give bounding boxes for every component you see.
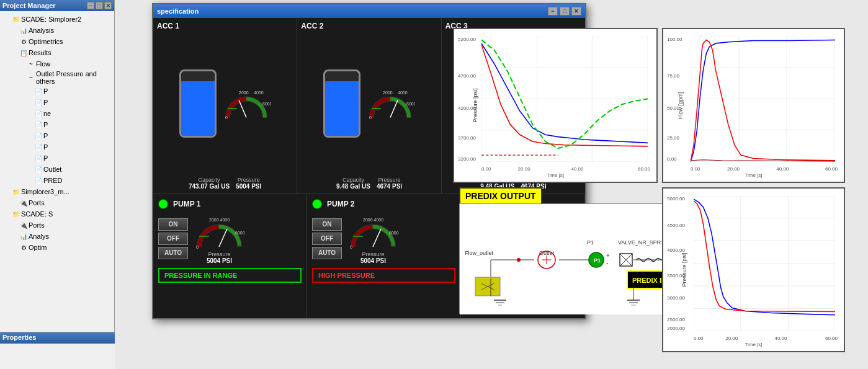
pump2-gauge-area: 0 2000 4000 6000 Pressure 5004 PSI [347, 213, 400, 264]
pm-item-simplorer3[interactable]: 📁 Simplorer3_m... [1, 186, 113, 197]
pump1-indicator [158, 199, 168, 209]
svg-text:2000 4000: 2000 4000 [209, 218, 230, 222]
svg-text:4000: 4000 [398, 91, 408, 95]
p2-x-tick-3: 40.00 [774, 336, 787, 341]
pm-item-p1[interactable]: 📄 P [1, 86, 113, 97]
acc2-gauge: 0 2000 4000 6000 [365, 85, 415, 122]
pm-item-p2[interactable]: 📄 P [1, 97, 113, 108]
p5-icon: 📄 [34, 142, 43, 152]
project-manager-title: Project Manager [2, 2, 56, 9]
svg-text:6000: 6000 [262, 102, 271, 106]
pressure-chart-top: Pressure [psi] [453, 28, 658, 183]
project-tree: 📁 SCADE: Simplorer2 📊 Analysis ⚙ Optimet… [0, 11, 114, 256]
analys-icon: 📊 [19, 231, 29, 241]
svg-text:0: 0 [225, 115, 228, 120]
svg-line-6 [390, 100, 398, 118]
pm-item-outlet-pressure[interactable]: ~ Outlet Pressure and others [1, 69, 113, 86]
pump1-off-btn[interactable]: OFF [158, 233, 188, 245]
spec-titlebar: specification − □ ✕ [153, 4, 585, 18]
svg-text:2000 4000: 2000 4000 [363, 218, 383, 222]
project-manager-controls[interactable]: − □ ✕ [87, 2, 112, 9]
pm-item-optimetrics[interactable]: ⚙ Optimetrics [1, 36, 113, 47]
pump2-auto-btn[interactable]: AUTO [312, 247, 342, 259]
svg-text:6000: 6000 [406, 102, 415, 106]
pump1-section: PUMP 1 ON OFF AUTO [153, 194, 307, 318]
flow-x-label: Time [s] [745, 172, 762, 178]
pm-maximize-btn[interactable]: □ [96, 2, 103, 9]
analysis-icon: 📊 [19, 25, 29, 35]
spec-title-controls[interactable]: − □ ✕ [548, 7, 581, 16]
pm-item-outlet[interactable]: 📄 Outlet [1, 164, 113, 175]
pressure-chart-svg [481, 37, 648, 162]
pm-item-flow[interactable]: ~ Flow [1, 58, 113, 69]
flow-y-tick-4: 25.00 [667, 135, 679, 141]
y-tick-1: 5200.00 [458, 37, 476, 42]
outlet-icon: ~ [26, 73, 36, 82]
pm-item-analysis[interactable]: 📊 Analysis [1, 25, 113, 36]
pump1-on-btn[interactable]: ON [158, 218, 188, 231]
spec-maximize-btn[interactable]: □ [560, 7, 570, 16]
pm-close-btn[interactable]: ✕ [104, 2, 112, 9]
y-tick-4: 3700.00 [458, 135, 476, 141]
folder-icon: 📁 [11, 14, 21, 24]
pressure2-chart-svg [694, 196, 835, 331]
pm-item-ports2[interactable]: 🔌 Ports [1, 220, 113, 231]
ports2-icon: 🔌 [19, 220, 29, 230]
pm-minimize-btn[interactable]: − [87, 2, 94, 9]
svg-text:6000: 6000 [235, 231, 245, 235]
project-manager-titlebar: Project Manager − □ ✕ [0, 0, 114, 11]
svg-text:VALVE_NR_SPR1: VALVE_NR_SPR1 [618, 239, 664, 246]
acc2-tank [323, 69, 360, 138]
pm-item-p3[interactable]: 📄 P [1, 119, 113, 130]
pump2-title: PUMP 2 [312, 199, 455, 209]
pressure2-y-label: Pressure [psi] [681, 252, 687, 287]
pm-item-pred[interactable]: 📄 PRED [1, 175, 113, 186]
svg-text:0: 0 [196, 245, 199, 249]
pm-item-p5[interactable]: 📄 P [1, 141, 113, 153]
pm-item-analys[interactable]: 📊 Analys [1, 231, 113, 242]
outlet-doc-icon: 📄 [34, 164, 43, 174]
pm-item-results[interactable]: 📋 Results [1, 47, 113, 58]
spec-close-btn[interactable]: ✕ [571, 7, 581, 16]
y-tick-2: 4700.00 [458, 73, 476, 79]
p2-y-tick-4: 3500.00 [667, 273, 685, 278]
svg-text:+: + [606, 252, 610, 259]
pm-item-p6[interactable]: 📄 P [1, 153, 113, 164]
pm-item-ports1[interactable]: 🔌 Ports [1, 197, 113, 208]
flow-y-tick-1: 100.00 [667, 37, 682, 42]
svg-text:2000: 2000 [239, 91, 249, 95]
pm-item-optim[interactable]: ⚙ Optim [1, 242, 113, 253]
svg-line-18 [219, 229, 227, 247]
pump1-body: ON OFF AUTO 0 2000 4000 [158, 213, 302, 264]
svg-line-0 [239, 100, 246, 118]
acc1-title: ACC 1 [157, 22, 179, 30]
flow-y-tick-5: 0.00 [667, 156, 677, 162]
p2-x-tick-4: 60.00 [825, 336, 838, 341]
pump2-section: PUMP 2 ON OFF AUTO [307, 194, 461, 318]
pm-item-scade[interactable]: 📁 SCADE: Simplorer2 [1, 14, 113, 25]
svg-text:Flow_outlet: Flow_outlet [465, 250, 494, 256]
y-tick-5: 3200.00 [458, 156, 476, 162]
properties-title: Properties [0, 332, 115, 344]
pm-item-ne[interactable]: 📄 ne [1, 108, 113, 119]
simplorer3-icon: 📁 [11, 187, 21, 197]
x-tick-1: 0.00 [481, 166, 491, 172]
spec-minimize-btn[interactable]: − [548, 7, 558, 16]
pump2-off-btn[interactable]: OFF [312, 233, 342, 245]
pressure-chart-inner: Pressure [psi] [457, 32, 654, 179]
acc1-pressure-stat: Pressure 5004 PSI [236, 177, 261, 190]
p2-y-tick-1: 5000.00 [667, 196, 685, 202]
p2-x-tick-1: 0.00 [694, 336, 704, 341]
flow-y-tick-3: 50.00 [667, 105, 679, 111]
flow-x-tick-2: 20.00 [727, 166, 740, 172]
pm-item-p4[interactable]: 📄 P [1, 130, 113, 141]
pump2-on-btn[interactable]: ON [312, 218, 342, 231]
pressure-chart-bottom: Pressure [psi] 5000.00 4500.00 [662, 187, 845, 352]
pm-item-scade-s[interactable]: 📁 SCADE: S [1, 208, 113, 220]
p2-x-tick-2: 20.00 [725, 336, 738, 341]
x-tick-3: 40.00 [571, 166, 583, 172]
acc1-section: ACC 1 [153, 18, 297, 193]
p4-icon: 📄 [34, 131, 43, 141]
pump1-auto-btn[interactable]: AUTO [158, 247, 188, 259]
svg-text:4000: 4000 [254, 91, 264, 95]
